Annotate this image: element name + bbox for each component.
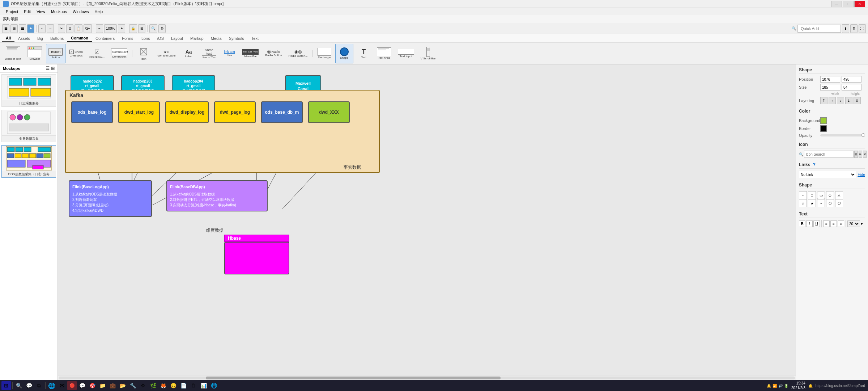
taskbar-app7[interactable]: 🔧 (128, 381, 137, 390)
list-view-button[interactable]: ☰ (19, 24, 26, 33)
settings-button[interactable]: ⚙ (158, 24, 166, 33)
comp-combobox[interactable]: ComboBox▾ ComboBox (109, 44, 130, 63)
tab-symbols[interactable]: Symbols (225, 35, 248, 41)
comp-text-input[interactable]: Text Input (395, 44, 417, 63)
menu-help[interactable]: Help (92, 9, 106, 14)
clock[interactable]: 15:34 2021/2/3 (791, 381, 805, 390)
size-height-input[interactable] (842, 84, 861, 91)
info-button[interactable]: ℹ (842, 24, 849, 33)
taskbar-cortana[interactable]: 💬 (24, 381, 34, 390)
hamburger-button[interactable]: ☰ (2, 24, 9, 33)
tab-all[interactable]: All (2, 35, 14, 42)
taskbar-app8[interactable]: ⚙ (138, 381, 148, 390)
mockup-item-3[interactable]: ODS层数据采集（日志+业务 (1, 145, 56, 178)
paste-button[interactable]: 📋 (75, 24, 82, 33)
shape-pentagon-btn[interactable]: ⬠ (826, 199, 834, 207)
links-help[interactable]: ? (813, 162, 816, 167)
icon-search-action1[interactable]: ⊞ (854, 151, 858, 158)
tab-forms[interactable]: Forms (118, 35, 137, 41)
taskbar-app15[interactable]: 🌐 (209, 381, 218, 390)
cut-button[interactable]: ✂ (58, 24, 65, 33)
layer-bottom-button[interactable]: ⤓ (845, 97, 852, 104)
shape-hexagon-btn[interactable]: ⬡ (835, 199, 843, 207)
zoom-in-button[interactable]: + (118, 24, 125, 33)
comp-rectangle[interactable]: Rectangle (315, 44, 334, 63)
shape-circle-btn[interactable]: ○ (799, 191, 807, 199)
flink-base-log-app[interactable]: Flink(BaseLogApp) 1.从kafka的ODS层读取数据 2.判断… (69, 180, 152, 217)
tab-media[interactable]: Media (207, 35, 225, 41)
comp-radio-button-group[interactable]: ◉◎ Radio Button... (286, 44, 310, 63)
bold-button[interactable]: B (799, 220, 805, 227)
icon-clear-button[interactable]: ✕ (863, 151, 867, 158)
taskbar-app9[interactable]: 🌿 (148, 381, 158, 390)
node-ods-base-db-m[interactable]: ods_base_db_m (261, 101, 303, 123)
align-left-button[interactable]: ≡ (823, 220, 830, 227)
grid-view-button[interactable]: ⊞ (10, 24, 18, 33)
comp-button[interactable]: Button Button (46, 44, 65, 63)
taskbar-ie[interactable]: 🌐 (47, 381, 56, 390)
group-button[interactable]: ⊞ (138, 24, 145, 33)
mockup-item-1[interactable]: 日志采集服务 (1, 74, 56, 107)
comp-block-of-text[interactable]: Block of Text (2, 44, 24, 63)
shape-triangle-btn[interactable]: △ (835, 191, 843, 199)
copy-button[interactable]: ⧉ (66, 24, 73, 33)
comp-icon-and-label[interactable]: ★≡ Icon and Label (154, 44, 178, 63)
sidebar-list-icon[interactable]: ☰ (46, 66, 50, 71)
layer-down-button[interactable]: ↓ (837, 97, 844, 104)
background-color-swatch[interactable] (820, 117, 827, 124)
taskbar-app12[interactable]: 📄 (179, 381, 188, 390)
tab-markup[interactable]: Markup (187, 35, 207, 41)
comp-link[interactable]: link text Link (220, 44, 238, 63)
italic-button[interactable]: I (806, 220, 813, 227)
tab-big[interactable]: Big (34, 35, 47, 41)
comp-shape[interactable]: Shape (335, 44, 353, 63)
comp-menu-bar[interactable]: FileEditView Menu Bar (240, 44, 261, 63)
zoom-reset-button[interactable]: 100% (104, 24, 117, 33)
export-button[interactable]: ⬆ (850, 24, 858, 33)
comp-checkbox-group[interactable]: ☑ Checkbox... (87, 44, 107, 63)
taskbar-app13[interactable]: 🗒 (189, 381, 198, 390)
lock-button[interactable]: 🔒 (129, 24, 137, 33)
mockup-item-2[interactable]: 业务数据采集 (1, 110, 56, 142)
node-dwd-page-log[interactable]: dwd_page_log (214, 101, 256, 123)
taskbar-wechat[interactable]: 💬 (77, 381, 87, 390)
sidebar-grid-icon[interactable]: ⊞ (51, 66, 55, 71)
node-dwd-start-log[interactable]: dwd_start_log (118, 101, 160, 123)
align-center-button[interactable]: ≡ (830, 220, 837, 227)
taskbar-app11[interactable]: 😊 (169, 381, 178, 390)
duplicate-button[interactable]: ⧉+ (84, 24, 92, 33)
shape-rect-btn[interactable]: □ (808, 191, 816, 199)
node-dwd-display-log[interactable]: dwd_display_log (165, 101, 209, 123)
tab-common[interactable]: Common (67, 35, 92, 42)
close-button[interactable]: ✕ (854, 1, 865, 7)
shape-diamond-btn[interactable]: ◇ (826, 191, 834, 199)
comp-line-of-text[interactable]: Some text Line of Text (199, 44, 219, 63)
minimize-button[interactable]: — (831, 1, 842, 7)
comp-label[interactable]: Aa Label (180, 44, 198, 63)
comp-radio-button[interactable]: Radio Radio Button (263, 44, 284, 63)
taskbar-app5[interactable]: 💼 (108, 381, 117, 390)
taskbar-search[interactable]: 🔍 (14, 381, 24, 390)
undo-button[interactable]: ← (38, 24, 46, 33)
comp-text[interactable]: T Text (355, 44, 373, 63)
start-button[interactable]: ⊞ (1, 381, 11, 390)
zoom-out-button[interactable]: − (96, 24, 103, 33)
menu-project[interactable]: Project (3, 9, 21, 14)
redo-button[interactable]: → (47, 24, 54, 33)
comp-text-area[interactable]: Text Area (374, 44, 394, 63)
underline-button[interactable]: U (813, 220, 820, 227)
tab-buttons[interactable]: Buttons (47, 35, 67, 41)
menu-windows[interactable]: Windows (70, 9, 92, 14)
tab-ios[interactable]: iOS (154, 35, 167, 41)
opacity-slider[interactable] (820, 134, 865, 136)
tab-layout[interactable]: Layout (167, 35, 187, 41)
horizontal-scrollbar[interactable] (58, 375, 796, 380)
comp-checkbox[interactable]: ✓ Check Checkbox (67, 44, 85, 63)
menu-view[interactable]: View (34, 9, 48, 14)
hide-button[interactable]: Hide (858, 173, 865, 177)
add-mockup-button[interactable]: + (27, 24, 34, 33)
taskbar-app1[interactable]: 🔴 (67, 381, 77, 390)
layer-top-button[interactable]: ⤒ (820, 97, 827, 104)
shape-rounded-btn[interactable]: ▭ (817, 191, 825, 199)
shape-star-btn[interactable]: ☆ (799, 199, 807, 207)
